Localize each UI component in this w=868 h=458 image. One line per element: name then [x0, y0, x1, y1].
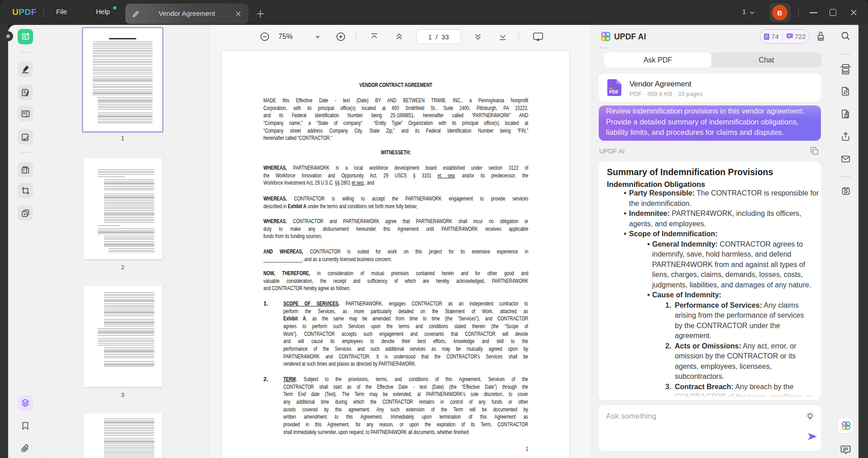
svg-text:OCR: OCR	[843, 70, 849, 74]
svg-text:PDF: PDF	[609, 89, 619, 95]
